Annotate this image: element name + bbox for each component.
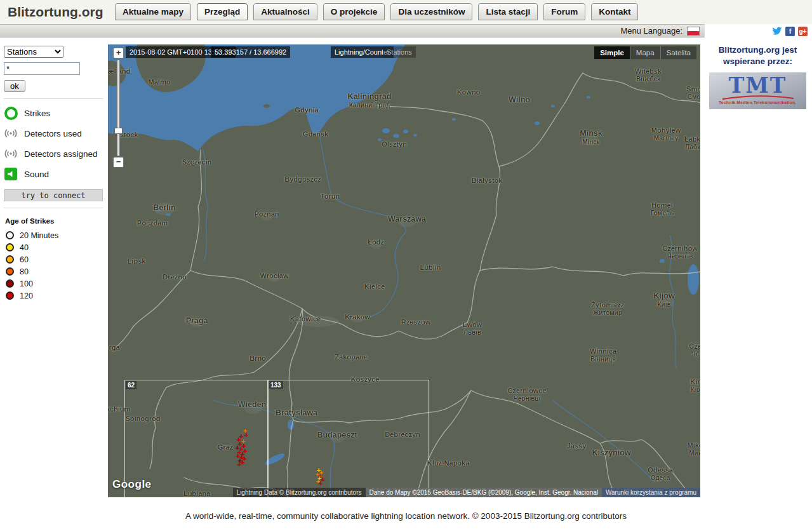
detector-signal-icon — [4, 126, 18, 140]
city-label: MikoМик — [687, 441, 700, 457]
city-label: Rzeszów — [401, 318, 430, 326]
city-label: Graz — [218, 443, 233, 452]
stations-select[interactable]: Stations — [4, 46, 63, 58]
age-swatch — [6, 291, 14, 300]
footer-text: A world-wide, real-time, community colla… — [0, 511, 812, 521]
city-label: Zakopane — [335, 353, 367, 361]
facebook-icon[interactable]: f — [785, 27, 795, 36]
age-swatch — [6, 267, 14, 276]
terms-of-use-link[interactable]: Warunki korzystania z programu — [602, 488, 700, 497]
detectors-assigned-toggle[interactable]: Detectors assigned — [4, 144, 103, 164]
tmt-sponsor-logo[interactable]: TMT Technik.Medien.Telekommunikation. — [709, 72, 806, 109]
age-legend-label: 100 — [20, 279, 33, 288]
zoom-slider-track[interactable] — [117, 60, 120, 156]
tmt-logo-text: TMT — [729, 77, 787, 95]
city-label: Kielce — [364, 283, 385, 291]
city-label: OdessaОдеса — [648, 466, 673, 482]
ok-button[interactable]: ok — [4, 80, 25, 92]
tab-o-projekcie[interactable]: O projekcie — [323, 3, 385, 20]
region-strike-count: 62 — [126, 381, 136, 389]
city-label: Berlin — [153, 203, 175, 213]
city-label: Bratysława — [276, 408, 317, 418]
city-label: Białystok — [472, 177, 503, 185]
sound-label: Sound — [24, 170, 49, 179]
city-label: Katowice — [290, 315, 321, 323]
city-label: Koszyce — [351, 375, 380, 384]
city-label: Malmo — [149, 78, 171, 86]
tmt-logo-subtext: Technik.Medien.Telekommunikation. — [719, 100, 796, 105]
city-label: rga — [109, 344, 119, 352]
city-label: KaliningradКалининград — [348, 92, 392, 109]
social-icons: f g+ — [771, 27, 808, 36]
city-label: Gdańsk — [303, 130, 328, 138]
city-label: Wiedeń — [238, 400, 266, 410]
divider — [4, 208, 103, 208]
region-strike-count: 133 — [269, 381, 283, 389]
google-logo[interactable]: Google — [112, 478, 152, 491]
zoom-in-button[interactable]: + — [113, 48, 124, 58]
city-label: Wilno — [509, 95, 530, 105]
city-label: Jassy — [567, 442, 587, 450]
age-of-strikes-title: Age of Strikes — [5, 217, 103, 225]
left-sidebar: Stations ok Strikes Detectors used — [0, 38, 107, 302]
lightning-map[interactable]: 62133 jællandMalmoKaliningradКалининград… — [108, 44, 700, 497]
map-type-mapa-button[interactable]: Mapa — [630, 46, 660, 59]
tab-dla-uczestnik-w[interactable]: Dla uczestników — [390, 3, 472, 20]
sound-speaker-icon — [4, 167, 18, 181]
city-label: ŻytomierzЖитомир — [591, 301, 624, 317]
city-label: HomelГомель — [651, 201, 674, 217]
right-sidebar: Blitzortung.org jest wspierane przez: TM… — [703, 44, 812, 109]
googleplus-icon[interactable]: g+ — [798, 27, 808, 36]
city-label: WitebskВіцебск — [635, 67, 662, 83]
strikes-toggle[interactable]: Strikes — [4, 103, 103, 123]
city-label: Kraków — [345, 313, 370, 321]
zoom-slider-handle[interactable] — [114, 128, 123, 134]
city-label: Debreczyn — [385, 431, 420, 439]
tab-aktualne-mapy[interactable]: Aktualne mapy — [115, 3, 191, 20]
zoom-out-button[interactable]: − — [113, 157, 124, 168]
tmt-swoosh — [720, 95, 796, 100]
header-tabs: Aktualne mapyPrzeglądAktualnościO projek… — [115, 3, 638, 20]
polish-flag-icon[interactable] — [687, 27, 700, 36]
city-label: Lublin — [420, 264, 441, 272]
age-legend-items: 20 Minutes406080100120 — [4, 229, 103, 302]
tab-lista-stacji[interactable]: Lista stacji — [478, 3, 538, 20]
tab-przegl-d[interactable]: Przegląd — [197, 3, 248, 20]
city-label: Szczecin — [182, 158, 211, 166]
tab-forum[interactable]: Forum — [543, 3, 585, 20]
try-to-connect-button[interactable]: try to connect — [4, 189, 103, 201]
age-swatch — [6, 255, 14, 264]
city-label: Drezno — [163, 273, 186, 281]
map-type-satelita-button[interactable]: Satelita — [660, 46, 696, 59]
detectors-used-toggle[interactable]: Detectors used — [4, 123, 103, 144]
blitzortung-page: Blitzortung.org Aktualne mapyPrzeglądAkt… — [0, 0, 812, 529]
station-filter-input[interactable] — [4, 62, 80, 75]
sound-toggle[interactable]: Sound — [4, 164, 103, 184]
detector-signal-icon — [4, 147, 18, 161]
city-label: LwówЛьвів — [463, 321, 483, 337]
language-bar: Menu Language: — [0, 24, 705, 37]
tab-kontakt[interactable]: Kontakt — [591, 3, 638, 20]
map-data-attribution: Dane do Mapy ©2015 GeoBasis-DE/BKG (©200… — [366, 488, 602, 497]
supporter-heading: Blitzortung.org jest wspierane przez: — [703, 44, 812, 67]
tab-aktualno-ci[interactable]: Aktualności — [253, 3, 317, 20]
city-label: achium — [108, 405, 130, 413]
age-swatch — [6, 231, 14, 239]
age-legend-label: 80 — [20, 267, 29, 276]
strike-marker: + — [237, 460, 242, 467]
map-coordinates: 53.393157 / 13.666992 — [211, 46, 290, 58]
age-legend-label: 20 Minutes — [20, 231, 58, 240]
age-legend-label: 40 — [20, 243, 29, 252]
map-type-simple-button[interactable]: Simple — [594, 46, 630, 59]
map-type-buttons: Simple Mapa Satelita — [594, 46, 696, 59]
strikes-icon — [4, 106, 18, 120]
city-label: Lublana — [183, 490, 210, 497]
strikes-label: Strikes — [24, 109, 50, 118]
detectors-used-label: Detectors used — [24, 129, 82, 138]
city-label: Łódź — [368, 238, 384, 246]
twitter-icon[interactable] — [771, 27, 782, 36]
site-title: Blitzortung.org — [8, 4, 103, 20]
city-label: Poznań — [254, 210, 279, 218]
city-label: WinnicaВінниця — [590, 347, 616, 363]
tab-stations[interactable]: Stations — [383, 46, 416, 58]
